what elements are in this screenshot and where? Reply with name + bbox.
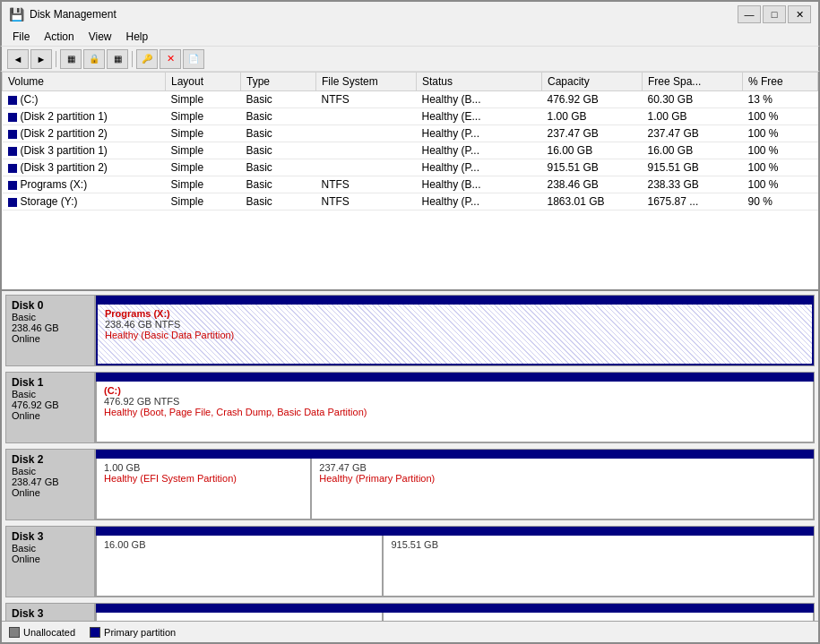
- disk-3-parts: [95, 603, 815, 621]
- disk-header-bar: [96, 296, 814, 305]
- toolbar-forward[interactable]: ►: [30, 49, 52, 69]
- disk-parts-row: 16.00 GB915.51 GB: [96, 536, 814, 597]
- disk-partitions: Programs (X:)238.46 GB NTFSHealthy (Basi…: [95, 295, 815, 366]
- partition-size: 1.00 GB: [104, 462, 303, 473]
- col-layout[interactable]: Layout: [166, 73, 241, 91]
- disk-type: Basic: [12, 312, 89, 322]
- disk-3-part2[interactable]: [383, 613, 814, 621]
- disk-id: Disk 0: [12, 299, 89, 312]
- partition-status: Healthy (Boot, Page File, Crash Dump, Ba…: [104, 407, 806, 417]
- disk-type: Basic: [12, 389, 89, 399]
- partition-size: 237.47 GB: [319, 462, 806, 473]
- disk-row: Disk 3 Basic Online 16.00 GB915.51 GB: [5, 526, 815, 597]
- partition-status: Healthy (Primary Partition): [319, 473, 806, 484]
- col-type[interactable]: Type: [241, 73, 316, 91]
- disk-type: Basic: [12, 466, 89, 477]
- disk-row: Disk 1 Basic 476.92 GB Online (C:)476.92…: [5, 372, 815, 443]
- legend-label-primary: Primary partition: [104, 627, 176, 638]
- disk-3-label: Disk 3: [5, 603, 95, 621]
- legend-item-primary: Primary partition: [90, 627, 176, 638]
- disk-header-bar: [96, 450, 814, 459]
- table-row[interactable]: (Disk 3 partition 1) Simple Basic Health…: [3, 142, 818, 159]
- partition-status: Healthy (EFI System Partition): [104, 473, 303, 484]
- partition-block[interactable]: 16.00 GB: [96, 536, 383, 597]
- disk-parts-row: Programs (X:)238.46 GB NTFSHealthy (Basi…: [96, 305, 814, 365]
- disk-status: Online: [12, 410, 89, 421]
- menu-view[interactable]: View: [82, 29, 119, 45]
- disk-status: Online: [12, 554, 89, 564]
- col-filesystem[interactable]: File System: [316, 73, 417, 91]
- disk-label: Disk 3 Basic Online: [5, 526, 95, 597]
- menu-file[interactable]: File: [5, 29, 37, 45]
- disk-header-bar: [96, 527, 814, 536]
- toolbar-btn5[interactable]: 📄: [183, 49, 204, 69]
- table-row[interactable]: (Disk 3 partition 2) Simple Basic Health…: [3, 159, 818, 176]
- toolbar: ◄ ► ▦ 🔒 ▦ 🔑 ✕ 📄: [0, 47, 820, 72]
- minimize-button[interactable]: —: [738, 5, 761, 23]
- disk-label: Disk 1 Basic 476.92 GB Online: [5, 372, 95, 443]
- disk-3-part1[interactable]: [96, 613, 383, 621]
- toolbar-btn1[interactable]: ▦: [60, 49, 82, 69]
- toolbar-btn2[interactable]: 🔒: [83, 49, 105, 69]
- disk-row: Disk 0 Basic 238.46 GB Online Programs (…: [5, 295, 815, 366]
- disk-size: 476.92 GB: [12, 399, 89, 410]
- partition-status: Healthy (Basic Data Partition): [105, 330, 805, 340]
- menu-help[interactable]: Help: [119, 29, 156, 45]
- disk-type: Basic: [12, 543, 89, 554]
- disk-status: Online: [12, 487, 89, 498]
- disk-row-3-partial: Disk 3: [5, 603, 815, 621]
- col-capacity[interactable]: Capacity: [542, 73, 643, 91]
- toolbar-btn3[interactable]: ▦: [107, 49, 128, 69]
- volume-table-container: Volume Layout Type File System Status Ca…: [2, 72, 818, 291]
- disk-partitions: 16.00 GB915.51 GB: [95, 526, 815, 597]
- partition-block[interactable]: 1.00 GBHealthy (EFI System Partition): [96, 459, 311, 519]
- partition-size: 476.92 GB NTFS: [104, 396, 806, 407]
- table-row[interactable]: Programs (X:) Simple Basic NTFS Healthy …: [3, 176, 818, 193]
- table-row[interactable]: (Disk 2 partition 1) Simple Basic Health…: [3, 108, 818, 125]
- disk-status: Online: [12, 333, 89, 344]
- disk-id: Disk 2: [12, 453, 89, 466]
- legend-bar: Unallocated Primary partition: [2, 621, 818, 642]
- disk-size: 238.46 GB: [12, 322, 89, 333]
- disk-size: 238.47 GB: [12, 477, 89, 487]
- app-title: Disk Management: [30, 8, 732, 21]
- menu-bar: File Action View Help: [0, 27, 820, 47]
- col-free[interactable]: Free Spa...: [643, 73, 743, 91]
- disk-parts-row: (C:)476.92 GB NTFSHealthy (Boot, Page Fi…: [96, 382, 814, 442]
- partition-size: 915.51 GB: [391, 539, 806, 550]
- close-button[interactable]: ✕: [788, 5, 811, 23]
- partition-name: (C:): [104, 385, 806, 396]
- disk-partitions: 1.00 GBHealthy (EFI System Partition)237…: [95, 449, 815, 520]
- table-row[interactable]: (C:) Simple Basic NTFS Healthy (B... 476…: [3, 91, 818, 108]
- partition-size: 16.00 GB: [104, 539, 375, 550]
- disk-parts-row: 1.00 GBHealthy (EFI System Partition)237…: [96, 459, 814, 519]
- table-row[interactable]: (Disk 2 partition 2) Simple Basic Health…: [3, 125, 818, 142]
- partition-name: Programs (X:): [105, 308, 805, 319]
- partition-block[interactable]: 237.47 GBHealthy (Primary Partition): [311, 459, 814, 519]
- toolbar-delete[interactable]: ✕: [160, 49, 181, 69]
- legend-label-unallocated: Unallocated: [23, 627, 75, 638]
- disk-header-bar: [96, 373, 814, 382]
- partition-block[interactable]: (C:)476.92 GB NTFSHealthy (Boot, Page Fi…: [96, 382, 814, 442]
- volume-table: Volume Layout Type File System Status Ca…: [2, 72, 818, 210]
- disk-label: Disk 0 Basic 238.46 GB Online: [5, 295, 95, 366]
- table-row[interactable]: Storage (Y:) Simple Basic NTFS Healthy (…: [3, 193, 818, 210]
- maximize-button[interactable]: □: [763, 5, 786, 23]
- col-volume[interactable]: Volume: [3, 73, 166, 91]
- toolbar-back[interactable]: ◄: [7, 49, 29, 69]
- legend-item-unallocated: Unallocated: [9, 627, 75, 638]
- disk-id: Disk 3: [12, 530, 89, 543]
- partition-size: 238.46 GB NTFS: [105, 319, 805, 330]
- col-status[interactable]: Status: [417, 73, 542, 91]
- disk-partitions: (C:)476.92 GB NTFSHealthy (Boot, Page Fi…: [95, 372, 815, 443]
- partition-block[interactable]: Programs (X:)238.46 GB NTFSHealthy (Basi…: [96, 305, 814, 365]
- col-percent[interactable]: % Free: [743, 73, 818, 91]
- disk-label: Disk 2 Basic 238.47 GB Online: [5, 449, 95, 520]
- toolbar-btn4[interactable]: 🔑: [136, 49, 158, 69]
- disk-view-area: Disk 0 Basic 238.46 GB Online Programs (…: [2, 291, 818, 621]
- menu-action[interactable]: Action: [37, 29, 81, 45]
- disk-id: Disk 1: [12, 376, 89, 389]
- disk-row: Disk 2 Basic 238.47 GB Online 1.00 GBHea…: [5, 449, 815, 520]
- partition-block[interactable]: 915.51 GB: [383, 536, 814, 597]
- app-icon: 💾: [9, 7, 24, 21]
